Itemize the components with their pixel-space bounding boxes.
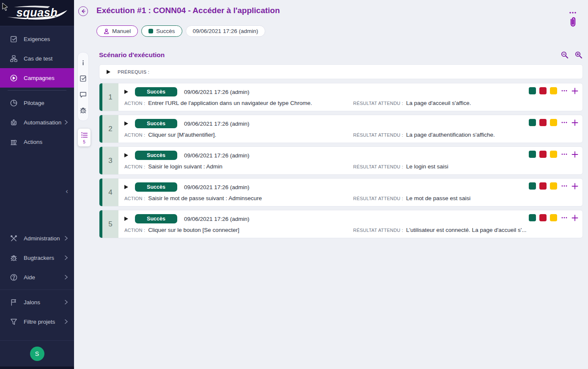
zoom-out-icon[interactable] bbox=[561, 51, 569, 59]
mark-failure-button[interactable] bbox=[539, 151, 547, 158]
mark-failure-button[interactable] bbox=[539, 87, 547, 94]
step-add-icon[interactable] bbox=[572, 151, 578, 158]
step-more-icon[interactable] bbox=[561, 217, 567, 219]
help-circle-icon bbox=[9, 273, 18, 281]
checkbox-check-icon[interactable] bbox=[79, 74, 87, 83]
info-icon[interactable] bbox=[79, 59, 87, 67]
tree-icon bbox=[9, 54, 18, 63]
expand-step-icon[interactable] bbox=[124, 90, 128, 94]
sidebar-divider bbox=[0, 289, 74, 290]
step-add-icon[interactable] bbox=[572, 215, 578, 221]
action-text: Entrer l'URL de l'application dans un na… bbox=[148, 100, 312, 106]
step-more-icon[interactable] bbox=[561, 90, 567, 92]
expected-result-text: L'utilisateur est connecté. La page d'ac… bbox=[406, 227, 527, 233]
expected-result-label: RÉSULTAT ATTENDU : bbox=[353, 132, 403, 138]
sidebar-item-cas-de-test[interactable]: Cas de test bbox=[0, 49, 74, 68]
expand-step-icon[interactable] bbox=[124, 121, 128, 126]
step-number: 4 bbox=[102, 179, 118, 206]
sidebar-item-aide[interactable]: Aide bbox=[0, 267, 74, 287]
prerequisite-section[interactable]: PRÉREQUIS : bbox=[99, 64, 583, 79]
mark-failure-button[interactable] bbox=[539, 182, 547, 190]
mark-failure-button[interactable] bbox=[539, 214, 547, 221]
mark-success-button[interactable] bbox=[529, 182, 536, 190]
chevron-right-icon bbox=[64, 275, 68, 280]
mark-success-button[interactable] bbox=[529, 119, 536, 126]
sidebar-item-label: Automatisation bbox=[24, 119, 64, 126]
scenario-title: Scénario d'exécution bbox=[99, 51, 561, 59]
step-more-icon[interactable] bbox=[561, 185, 567, 187]
header-more-icon[interactable] bbox=[569, 8, 577, 16]
sidebar-item-actions[interactable]: Actions bbox=[0, 132, 74, 151]
sidebar-item-label: Bugtrackers bbox=[24, 255, 64, 261]
status-badge[interactable]: Succès bbox=[141, 25, 182, 37]
action-label: ACTION : bbox=[124, 132, 145, 138]
sidebar-item-label: Aide bbox=[24, 274, 64, 281]
mark-success-button[interactable] bbox=[529, 151, 536, 158]
expected-result-label: RÉSULTAT ATTENDU : bbox=[353, 228, 403, 233]
action-label: ACTION : bbox=[124, 196, 145, 201]
step-timestamp: 09/06/2021 17:26 (admin) bbox=[184, 184, 250, 190]
step-status-badge: Succès bbox=[135, 182, 177, 192]
sidebar-item-automatisation[interactable]: Automatisation bbox=[0, 113, 74, 132]
steps-count-badge: 5 bbox=[83, 140, 85, 144]
timestamp-badge: 09/06/2021 17:26 (admin) bbox=[186, 25, 266, 37]
sidebar-item-jalons[interactable]: Jalons bbox=[0, 292, 74, 312]
page-title: Exécution #1 : CONN04 - Accéder à l'appl… bbox=[96, 6, 280, 15]
sidebar-item-administration[interactable]: Administration bbox=[0, 229, 74, 248]
execution-step-row: 1 Succès 09/06/2021 17:26 (admin) ACTION… bbox=[99, 83, 583, 111]
expected-result-text: La page d'authentification s'affiche. bbox=[406, 132, 495, 138]
chevron-right-icon bbox=[64, 120, 68, 125]
sidebar-collapse-button[interactable]: ‹ bbox=[0, 187, 74, 196]
mark-blocked-button[interactable] bbox=[550, 87, 557, 94]
sidebar-item-pilotage[interactable]: Pilotage bbox=[0, 93, 74, 113]
flag-icon bbox=[9, 298, 18, 306]
step-status-badge: Succès bbox=[135, 151, 177, 160]
step-more-icon[interactable] bbox=[561, 153, 567, 155]
mark-blocked-button[interactable] bbox=[550, 182, 557, 190]
step-number: 5 bbox=[102, 210, 118, 238]
comment-icon[interactable] bbox=[79, 91, 87, 99]
expand-step-icon[interactable] bbox=[124, 217, 128, 221]
person-icon bbox=[104, 28, 109, 34]
filter-icon bbox=[9, 317, 18, 326]
mark-blocked-button[interactable] bbox=[550, 214, 557, 221]
step-add-icon[interactable] bbox=[572, 88, 578, 94]
step-number: 1 bbox=[102, 83, 118, 111]
mark-failure-button[interactable] bbox=[539, 119, 547, 126]
mark-success-button[interactable] bbox=[529, 214, 536, 221]
sidebar-item-bugtrackers[interactable]: Bugtrackers bbox=[0, 248, 74, 267]
app-logo[interactable]: squash bbox=[0, 0, 74, 26]
tools-icon bbox=[9, 234, 18, 242]
checkbox-check-icon bbox=[9, 35, 18, 43]
back-button[interactable] bbox=[78, 6, 88, 16]
expand-prerequisite-icon[interactable] bbox=[107, 70, 110, 74]
bug-icon[interactable] bbox=[79, 106, 87, 114]
step-status-bar bbox=[99, 83, 102, 111]
step-add-icon[interactable] bbox=[572, 119, 578, 126]
sidebar-main-nav: ExigencesCas de testCampagnesPilotageAut… bbox=[0, 29, 74, 151]
expected-result-text: Le login est saisi bbox=[406, 163, 448, 170]
status-badge-label: Succès bbox=[156, 28, 175, 34]
scenario-steps-tab[interactable]: 5 bbox=[78, 129, 91, 146]
mode-badge[interactable]: Manuel bbox=[96, 25, 138, 37]
zoom-in-icon[interactable] bbox=[574, 51, 583, 59]
paperclip-attachment-icon[interactable] bbox=[568, 16, 577, 30]
main-content: Exécution #1 : CONN04 - Accéder à l'appl… bbox=[74, 0, 588, 369]
sidebar-item-label: Jalons bbox=[24, 299, 64, 306]
sidebar-item-filtre-projets[interactable]: Filtre projets bbox=[0, 312, 74, 331]
expand-step-icon[interactable] bbox=[124, 153, 128, 157]
step-number: 3 bbox=[102, 147, 118, 174]
sidebar-item-campagnes[interactable]: Campagnes bbox=[0, 68, 74, 88]
expand-step-icon[interactable] bbox=[124, 185, 128, 189]
numbered-list-icon bbox=[80, 131, 88, 139]
step-add-icon[interactable] bbox=[572, 183, 578, 190]
play-circle-icon bbox=[9, 74, 18, 82]
mark-blocked-button[interactable] bbox=[550, 119, 557, 126]
sidebar-item-exigences[interactable]: Exigences bbox=[0, 29, 74, 49]
sidebar-item-label: Actions bbox=[24, 139, 68, 145]
user-avatar[interactable]: S bbox=[30, 347, 44, 361]
mark-blocked-button[interactable] bbox=[550, 151, 557, 158]
step-more-icon[interactable] bbox=[561, 121, 567, 124]
mark-success-button[interactable] bbox=[529, 87, 536, 94]
action-label: ACTION : bbox=[124, 101, 145, 106]
